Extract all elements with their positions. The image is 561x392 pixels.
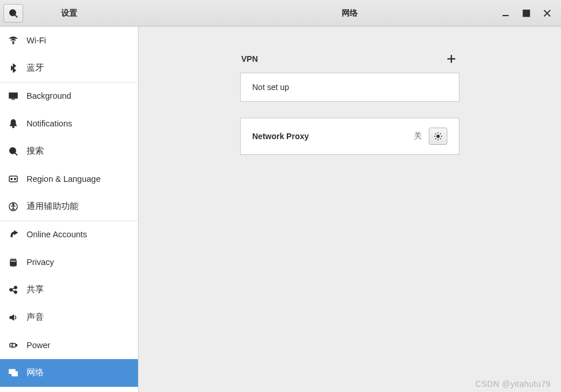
- titlebar: 设置 网络: [0, 0, 561, 27]
- sidebar-item-label: 网络: [27, 367, 44, 378]
- svg-point-19: [14, 290, 17, 293]
- body: Wi-Fi 蓝牙 Background Notifications 搜索 Reg…: [0, 27, 561, 392]
- window-controls: [495, 0, 558, 26]
- wifi-icon: [8, 35, 18, 46]
- titlebar-left: 设置: [0, 0, 139, 26]
- power-icon: [8, 340, 18, 350]
- sidebar-item-search[interactable]: 搜索: [0, 137, 138, 165]
- sidebar-item-label: Background: [27, 91, 71, 100]
- sidebar-item-sound[interactable]: 声音: [0, 304, 138, 331]
- sidebar-item-power[interactable]: Power: [0, 331, 138, 359]
- network-icon: [8, 368, 18, 378]
- region-icon: [8, 174, 18, 184]
- vpn-header: VPN: [240, 52, 459, 66]
- sidebar-item-label: Notifications: [27, 119, 72, 128]
- search-button[interactable]: [3, 4, 23, 23]
- vpn-panel: Not set up: [240, 73, 459, 102]
- sidebar-item-label: Region & Language: [27, 174, 100, 184]
- svg-point-10: [10, 148, 16, 154]
- add-vpn-button[interactable]: [444, 52, 458, 66]
- proxy-section: Network Proxy 关: [240, 118, 459, 155]
- search-icon: [9, 9, 18, 18]
- sidebar-item-online-accounts[interactable]: Online Accounts: [0, 221, 138, 248]
- vpn-section: VPN Not set up: [240, 52, 459, 102]
- vpn-title: VPN: [241, 54, 258, 64]
- bell-icon: [8, 118, 18, 129]
- close-icon: [543, 9, 552, 18]
- sidebar-item-privacy[interactable]: Privacy: [0, 248, 138, 276]
- background-icon: [8, 91, 18, 101]
- minimize-icon: [501, 9, 510, 18]
- svg-line-20: [12, 288, 14, 289]
- proxy-row[interactable]: Network Proxy 关: [241, 118, 459, 154]
- bluetooth-icon: [8, 63, 18, 73]
- svg-point-13: [11, 178, 13, 180]
- svg-rect-7: [9, 93, 17, 98]
- content-area: VPN Not set up Network Proxy 关: [139, 27, 561, 392]
- svg-line-21: [12, 290, 14, 292]
- minimize-button[interactable]: [495, 0, 516, 27]
- sidebar-item-label: 蓝牙: [27, 62, 44, 73]
- vpn-status-row[interactable]: Not set up: [241, 73, 459, 101]
- sidebar-item-sharing[interactable]: 共享: [0, 276, 138, 304]
- sidebar-item-notifications[interactable]: Notifications: [0, 110, 138, 137]
- maximize-icon: [522, 9, 531, 18]
- proxy-title: Network Proxy: [252, 132, 407, 141]
- sidebar-item-label: 搜索: [27, 145, 44, 156]
- sidebar-item-label: Online Accounts: [27, 230, 87, 239]
- privacy-icon: [8, 257, 18, 267]
- svg-point-29: [437, 135, 439, 137]
- svg-point-9: [13, 126, 14, 128]
- svg-point-0: [10, 10, 16, 16]
- svg-point-14: [14, 178, 16, 180]
- svg-point-17: [10, 288, 13, 291]
- sharing-icon: [8, 285, 18, 295]
- svg-point-18: [14, 286, 17, 289]
- svg-rect-3: [523, 10, 530, 16]
- svg-line-1: [15, 15, 17, 17]
- proxy-panel: Network Proxy 关: [240, 118, 459, 155]
- online-accounts-icon: [8, 229, 18, 240]
- svg-point-16: [13, 203, 14, 205]
- sidebar: Wi-Fi 蓝牙 Background Notifications 搜索 Reg…: [0, 27, 139, 392]
- sidebar-item-background[interactable]: Background: [0, 82, 138, 110]
- sidebar-item-label: 声音: [27, 312, 44, 323]
- svg-rect-23: [16, 344, 17, 346]
- svg-line-11: [15, 153, 17, 155]
- gear-icon: [433, 132, 443, 141]
- proxy-state: 关: [414, 131, 422, 141]
- close-button[interactable]: [537, 0, 558, 27]
- sidebar-item-label: 共享: [27, 284, 44, 295]
- sidebar-item-label: Privacy: [27, 257, 54, 267]
- settings-window: 设置 网络 Wi-Fi 蓝牙: [0, 0, 561, 392]
- sidebar-item-label: Wi-Fi: [27, 36, 46, 45]
- search-icon: [8, 146, 18, 156]
- sidebar-item-wifi[interactable]: Wi-Fi: [0, 27, 138, 54]
- sidebar-item-region[interactable]: Region & Language: [0, 165, 138, 193]
- accessibility-icon: [8, 201, 18, 212]
- sidebar-item-label: 通用辅助功能: [27, 201, 78, 212]
- svg-point-6: [13, 43, 14, 44]
- sidebar-item-accessibility[interactable]: 通用辅助功能: [0, 193, 138, 221]
- sidebar-item-bluetooth[interactable]: 蓝牙: [0, 54, 138, 82]
- proxy-settings-button[interactable]: [429, 128, 447, 145]
- svg-rect-26: [12, 372, 17, 376]
- maximize-button[interactable]: [516, 0, 537, 27]
- plus-icon: [447, 54, 456, 64]
- sidebar-item-network[interactable]: 网络: [0, 359, 138, 387]
- sound-icon: [8, 312, 18, 323]
- sidebar-item-label: Power: [27, 341, 50, 350]
- vpn-status-text: Not set up: [252, 83, 447, 92]
